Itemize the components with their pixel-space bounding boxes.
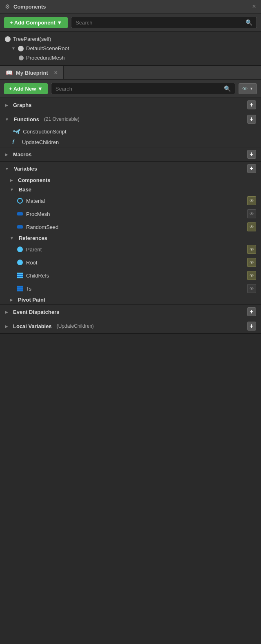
- sphere-icon: [5, 36, 11, 42]
- variables-arrow-icon: ▼: [5, 167, 9, 171]
- blueprint-tab-header: 📖 My Blueprint ✕: [0, 66, 261, 80]
- variables-label: Variables: [14, 166, 37, 172]
- var-label: ProcMesh: [26, 211, 50, 217]
- var-label: Ts: [26, 286, 31, 292]
- var-label: RandomSeed: [26, 224, 59, 230]
- cog-icon: ⚙: [5, 3, 10, 10]
- subsection-base[interactable]: ▼ Base: [0, 185, 261, 194]
- var-item-parent[interactable]: Parent 👁: [0, 243, 261, 256]
- var-visibility-button[interactable]: 👁: [247, 258, 256, 267]
- var-item-randomseed[interactable]: RandomSeed 👁: [0, 220, 261, 233]
- eye-icon: 👁: [242, 86, 248, 92]
- var-label: Root: [26, 260, 37, 266]
- section-event-dispatchers[interactable]: ▶ Event Dispatchers +: [0, 305, 261, 319]
- var-item-ts[interactable]: Ts 👁: [0, 282, 261, 295]
- var-visibility-button[interactable]: 👁: [247, 271, 256, 280]
- subsection-arrow-icon: ▼: [10, 187, 14, 192]
- section-functions[interactable]: ▼ Functions (21 Overridable) +: [0, 112, 261, 126]
- local-variables-badge: (UpdateChildren): [57, 323, 94, 329]
- subsection-components[interactable]: ▶ Components: [0, 175, 261, 185]
- functions-arrow-icon: ▼: [5, 117, 9, 122]
- sphere-icon: [18, 46, 24, 51]
- var-visibility-button[interactable]: 👁: [247, 209, 256, 218]
- subsection-references[interactable]: ▼ References: [0, 233, 261, 243]
- functions-badge: (21 Overridable): [44, 116, 80, 122]
- subsection-label: Components: [18, 177, 50, 183]
- add-component-button[interactable]: + Add Component ▼: [4, 17, 68, 28]
- construction-script-icon: ↪f: [12, 128, 20, 135]
- blueprint-search-box: 🔍: [51, 83, 235, 94]
- subsection-arrow-icon: ▶: [10, 178, 13, 182]
- var-label: ChildRefs: [26, 273, 49, 279]
- dropdown-arrow-icon: ▼: [250, 87, 253, 91]
- var-visibility-button[interactable]: 👁: [247, 196, 256, 205]
- blueprint-toolbar: + Add New ▼ 🔍 👁 ▼: [0, 80, 261, 98]
- book-icon: 📖: [6, 69, 13, 76]
- var-type-icon-grid-filled: [17, 286, 23, 291]
- var-item-root[interactable]: Root 👁: [0, 256, 261, 269]
- func-item-updatechildren[interactable]: f UpdateChildren: [0, 137, 261, 147]
- blueprint-panel: 📖 My Blueprint ✕ + Add New ▼ 🔍 👁 ▼ ▶ Gra…: [0, 66, 261, 334]
- components-panel-title: Components: [13, 4, 46, 10]
- tree-item-defaultsceneroot[interactable]: ▼ DefaultSceneRoot: [0, 44, 261, 53]
- var-label: Parent: [26, 246, 42, 253]
- var-type-icon-solid-circle: [17, 260, 23, 265]
- event-dispatchers-label: Event Dispatchers: [13, 309, 59, 315]
- blueprint-search-icon: 🔍: [224, 85, 231, 92]
- subsection-label: Base: [19, 187, 31, 193]
- section-graphs[interactable]: ▶ Graphs +: [0, 98, 261, 112]
- var-item-childrefs[interactable]: ChildRefs 👁: [0, 269, 261, 282]
- var-label: Material: [26, 198, 45, 204]
- var-visibility-button[interactable]: 👁: [247, 222, 256, 231]
- components-panel-close[interactable]: ✕: [252, 4, 256, 9]
- macros-label: Macros: [13, 151, 32, 158]
- section-variables[interactable]: ▼ Variables +: [0, 162, 261, 175]
- graphs-add-button[interactable]: +: [247, 100, 256, 109]
- subsection-label: Pivot Paint: [18, 297, 45, 303]
- variables-add-button[interactable]: +: [247, 164, 256, 173]
- tree-item-treeparent[interactable]: TreeParent(self): [0, 34, 261, 44]
- components-toolbar: + Add Component ▼ 🔍: [0, 13, 261, 32]
- blueprint-search-input[interactable]: [55, 86, 224, 92]
- components-search-input[interactable]: [75, 20, 246, 26]
- subsection-label: References: [19, 235, 47, 241]
- subsection-pivotpaint[interactable]: ▶ Pivot Paint: [0, 295, 261, 304]
- add-new-button[interactable]: + Add New ▼: [4, 83, 48, 94]
- var-item-material[interactable]: Material 👁: [0, 194, 261, 207]
- sphere-sm-icon: [19, 56, 24, 60]
- blueprint-tab[interactable]: 📖 My Blueprint ✕: [0, 66, 64, 79]
- graphs-label: Graphs: [13, 102, 32, 108]
- func-label: ConstructionScript: [23, 129, 66, 135]
- components-panel: ⚙ Components ✕ + Add Component ▼ 🔍 TreeP…: [0, 0, 261, 66]
- macros-arrow-icon: ▶: [5, 152, 8, 157]
- blueprint-tab-title: My Blueprint: [16, 70, 48, 76]
- components-tree: TreeParent(self) ▼ DefaultSceneRoot Proc…: [0, 32, 261, 65]
- tree-item-proceduralmesh[interactable]: ProceduralMesh: [0, 53, 261, 62]
- local-variables-add-button[interactable]: +: [247, 322, 256, 331]
- functions-add-button[interactable]: +: [247, 115, 256, 124]
- event-dispatchers-add-button[interactable]: +: [247, 307, 256, 316]
- func-item-constructionscript[interactable]: ↪f ConstructionScript: [0, 126, 261, 137]
- eye-filter-button[interactable]: 👁 ▼: [239, 83, 257, 94]
- var-visibility-button[interactable]: 👁: [247, 284, 256, 293]
- event-dispatchers-arrow-icon: ▶: [5, 310, 8, 314]
- subsection-arrow-icon: ▶: [10, 298, 13, 302]
- func-label: UpdateChildren: [22, 139, 59, 145]
- tree-item-label: TreeParent(self): [13, 36, 51, 42]
- functions-label: Functions: [14, 116, 39, 122]
- var-visibility-button[interactable]: 👁: [247, 245, 256, 254]
- tree-item-label: ProceduralMesh: [26, 55, 65, 61]
- var-type-icon-grid: [17, 273, 23, 278]
- var-item-procmesh[interactable]: ProcMesh 👁: [0, 207, 261, 220]
- blueprint-tab-close[interactable]: ✕: [54, 70, 58, 76]
- local-variables-label: Local Variables: [13, 323, 52, 329]
- graphs-arrow-icon: ▶: [5, 103, 8, 107]
- section-local-variables[interactable]: ▶ Local Variables (UpdateChildren) +: [0, 319, 261, 333]
- tree-item-label: DefaultSceneRoot: [26, 45, 69, 51]
- var-type-icon-solid-circle: [17, 246, 23, 252]
- section-macros[interactable]: ▶ Macros +: [0, 147, 261, 161]
- tree-arrow-icon: ▼: [11, 46, 15, 51]
- var-type-icon-rect: [17, 225, 23, 229]
- local-variables-arrow-icon: ▶: [5, 324, 8, 329]
- macros-add-button[interactable]: +: [247, 150, 256, 159]
